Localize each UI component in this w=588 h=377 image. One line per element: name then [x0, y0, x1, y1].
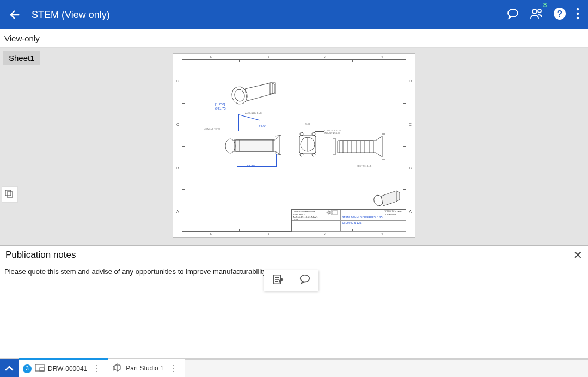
zone-label: 4 [210, 232, 212, 236]
app-topbar: STEM (View only) 3 ? [0, 0, 588, 29]
sheet-tab[interactable]: Sheet1 [3, 51, 40, 65]
part-studio-tab-icon [113, 363, 122, 374]
svg-point-41 [301, 275, 310, 282]
section-view [332, 131, 387, 163]
svg-rect-10 [5, 190, 11, 196]
title-block: UNLESS OTHERWISE SPECIFIED: DO NOT SCALE… [291, 209, 406, 231]
svg-point-35 [327, 211, 330, 214]
drawing-border: 4 3 2 1 4 3 2 1 D C B A D C B A [182, 59, 406, 232]
drawing-tab-icon [35, 364, 45, 373]
users-badge: 3 [543, 2, 547, 8]
svg-rect-26 [340, 141, 373, 153]
tab-drawing[interactable]: 3 DRW-000041 ⋮ [19, 358, 108, 377]
svg-point-2 [532, 9, 537, 14]
tab-badge: 3 [23, 364, 32, 373]
publication-notes-header: Publication notes ✕ [0, 245, 588, 264]
zone-label: 4 [210, 55, 212, 59]
publication-notes-title: Publication notes [5, 250, 76, 260]
dim-center: 26.00 [305, 123, 310, 125]
auxiliary-view [229, 76, 283, 109]
iso-view [370, 185, 403, 210]
close-icon[interactable]: ✕ [573, 248, 583, 262]
thread-note: 4X M6 x1 THRU [204, 128, 220, 130]
dim-angle: 84.0° [259, 124, 266, 127]
view-mode-label: View-only [4, 34, 40, 43]
topbar-right: 3 ? [506, 7, 579, 22]
tb-dns: DO NOT SCALE DRAWING [384, 210, 406, 215]
zone-label: B [176, 166, 179, 170]
svg-point-7 [577, 13, 579, 15]
zone-label: B [409, 166, 412, 170]
svg-point-36 [328, 212, 329, 214]
document-title: STEM (View only) [32, 9, 110, 21]
tb-tolerance1: UNLESS OTHERWISE SPECIFIED: [292, 210, 324, 215]
svg-rect-16 [236, 140, 274, 151]
topbar-left: STEM (View only) [9, 9, 110, 21]
svg-rect-43 [40, 368, 44, 371]
svg-point-1 [508, 9, 518, 17]
more-menu-icon[interactable] [576, 8, 579, 22]
tb-part-name: STEM, 90MM, 6 DEGREES, 1.25 [341, 215, 406, 221]
svg-text:?: ? [557, 9, 562, 19]
tb-proj-icon [324, 210, 341, 215]
status-row: View-only [0, 29, 588, 48]
tb-tolerance2: ANGULAR: ±0.5 LINEAR: ±0.25 [292, 215, 324, 221]
zone-label: 2 [324, 55, 326, 59]
help-icon[interactable]: ? [553, 7, 566, 22]
tab-menu-icon[interactable]: ⋮ [90, 363, 103, 374]
comments-icon[interactable] [506, 7, 519, 22]
note-edit-icon[interactable] [272, 273, 284, 288]
zone-label: 1 [381, 55, 383, 59]
view-cube-icon[interactable] [2, 186, 18, 203]
svg-point-12 [233, 88, 246, 102]
zone-label: 3 [267, 55, 269, 59]
zone-label: 1 [381, 232, 383, 236]
tab-label: DRW-000041 [48, 365, 87, 373]
bottom-tab-bar: 3 DRW-000041 ⋮ Part Studio 1 ⋮ [0, 358, 588, 377]
drawing-sheet: 4 3 2 1 4 3 2 1 D C B A D C B A [173, 53, 415, 238]
back-arrow-icon[interactable] [9, 9, 21, 21]
zone-label: D [176, 79, 179, 83]
zone-label: 2 [324, 232, 326, 236]
tab-label: Part Studio 1 [126, 364, 163, 372]
svg-point-3 [538, 9, 541, 13]
zone-label: D [409, 79, 412, 83]
svg-rect-9 [7, 192, 13, 197]
tab-part-studio[interactable]: Part Studio 1 ⋮ [108, 359, 185, 377]
section-label: SECTION A - A [357, 165, 371, 167]
tab-menu-icon[interactable]: ⋮ [167, 363, 180, 374]
svg-point-15 [225, 139, 235, 153]
dim-dia: Ø31.75 [215, 107, 226, 110]
tb-drw-no: STEM-90-6-125 [341, 221, 406, 226]
aux-label: AUXILIARY B - B [245, 112, 262, 114]
front-view [294, 131, 321, 163]
zone-label: A [176, 210, 179, 214]
zone-label: C [409, 123, 412, 126]
drawing-canvas-area[interactable]: Sheet1 4 3 2 1 4 3 2 1 D C B A D C B A [0, 48, 588, 245]
expand-tabs-button[interactable] [0, 359, 19, 377]
share-users-icon[interactable]: 3 [529, 7, 543, 22]
dim-dia-bracket: [1.250] [215, 102, 225, 106]
floating-toolbar [264, 270, 318, 291]
svg-point-6 [577, 8, 579, 10]
zone-label: C [176, 123, 179, 126]
zone-label: 3 [267, 232, 269, 236]
zone-label: A [409, 210, 412, 214]
comment-bubble-icon[interactable] [299, 273, 311, 288]
svg-point-8 [577, 17, 579, 19]
